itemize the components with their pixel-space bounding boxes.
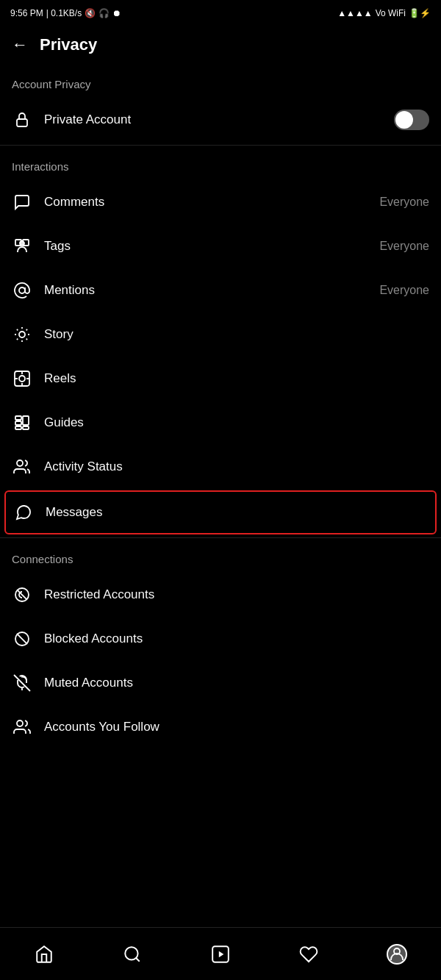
guides-label: Guides	[44, 415, 429, 430]
tag-icon	[12, 236, 32, 257]
restricted-accounts-row[interactable]: Restricted Accounts	[0, 573, 441, 617]
reels-icon	[12, 368, 32, 389]
svg-rect-8	[15, 416, 21, 420]
messages-row[interactable]: Messages	[4, 490, 437, 534]
comment-icon	[12, 192, 32, 212]
private-account-toggle[interactable]	[394, 110, 429, 130]
header: ← Privacy	[0, 26, 441, 66]
lock-icon	[12, 110, 32, 130]
content-area: Account Privacy Private Account Interact…	[0, 66, 441, 808]
reels-row[interactable]: Reels	[0, 357, 441, 401]
accounts-you-follow-label: Accounts You Follow	[44, 720, 429, 734]
status-right: ▲▲▲▲ Vo WiFi 🔋⚡	[337, 8, 431, 18]
page-title: Privacy	[40, 35, 97, 54]
at-icon	[12, 280, 32, 301]
blocked-accounts-label: Blocked Accounts	[44, 632, 429, 646]
svg-point-13	[17, 460, 23, 466]
headphone-icon: 🎧	[98, 8, 110, 18]
battery-icon: 🔋⚡	[409, 8, 431, 18]
restricted-accounts-label: Restricted Accounts	[44, 587, 429, 602]
nav-profile[interactable]	[379, 936, 415, 973]
svg-point-7	[19, 376, 25, 382]
activity-icon	[12, 457, 32, 477]
data-speed: | 0.1KB/s	[46, 8, 82, 18]
nav-heart[interactable]	[290, 936, 327, 973]
svg-point-3	[20, 241, 24, 246]
screen-record-icon: ⏺	[112, 8, 121, 18]
back-button[interactable]: ←	[12, 35, 28, 54]
mentions-label: Mentions	[44, 283, 379, 298]
reels-label: Reels	[44, 371, 429, 386]
section-connections-label: Connections	[0, 541, 441, 573]
messages-icon	[13, 502, 34, 523]
mute-icon: 🔇	[85, 8, 96, 18]
svg-rect-11	[23, 416, 29, 425]
home-icon	[35, 945, 54, 964]
heart-icon	[299, 945, 318, 964]
svg-marker-20	[219, 951, 224, 957]
mentions-row[interactable]: Mentions Everyone	[0, 268, 441, 312]
status-left: 9:56 PM | 0.1KB/s 🔇 🎧 ⏺	[10, 8, 121, 18]
time: 9:56 PM	[10, 8, 43, 18]
comments-label: Comments	[44, 195, 379, 210]
svg-rect-12	[23, 426, 29, 429]
activity-status-label: Activity Status	[44, 459, 429, 474]
nav-reels[interactable]	[202, 936, 239, 973]
reels-nav-icon	[211, 945, 230, 964]
private-account-row[interactable]: Private Account	[0, 98, 441, 142]
tags-value: Everyone	[379, 240, 429, 253]
story-icon	[12, 324, 32, 345]
story-label: Story	[44, 327, 429, 342]
guides-icon	[12, 412, 32, 433]
nav-search[interactable]	[114, 936, 151, 973]
profile-avatar	[387, 944, 407, 965]
blocked-accounts-row[interactable]: Blocked Accounts	[0, 617, 441, 661]
wifi-icon: Vo WiFi	[376, 8, 406, 18]
mentions-value: Everyone	[379, 284, 429, 297]
private-account-label: Private Account	[44, 112, 394, 127]
blocked-icon	[12, 629, 32, 649]
messages-label: Messages	[46, 505, 428, 520]
svg-point-4	[19, 287, 25, 293]
svg-point-16	[17, 720, 23, 726]
tags-row[interactable]: Tags Everyone	[0, 224, 441, 268]
muted-icon	[12, 673, 32, 693]
toggle-knob	[395, 111, 413, 129]
activity-status-row[interactable]: Activity Status	[0, 445, 441, 489]
svg-rect-10	[15, 426, 21, 429]
guides-row[interactable]: Guides	[0, 401, 441, 445]
search-icon	[123, 945, 142, 964]
signal-icon: ▲▲▲▲	[337, 8, 373, 18]
svg-rect-0	[17, 119, 27, 126]
svg-line-18	[136, 958, 140, 962]
bottom-nav	[0, 927, 441, 980]
nav-home[interactable]	[26, 936, 62, 973]
tags-label: Tags	[44, 239, 379, 254]
divider-1	[0, 145, 441, 146]
svg-rect-9	[15, 421, 21, 425]
comments-row[interactable]: Comments Everyone	[0, 180, 441, 224]
accounts-you-follow-row[interactable]: Accounts You Follow	[0, 705, 441, 749]
section-account-privacy-label: Account Privacy	[0, 66, 441, 98]
section-interactions-label: Interactions	[0, 149, 441, 180]
svg-point-17	[125, 947, 137, 959]
comments-value: Everyone	[379, 196, 429, 209]
muted-accounts-label: Muted Accounts	[44, 676, 429, 690]
restricted-icon	[12, 584, 32, 605]
story-row[interactable]: Story	[0, 312, 441, 357]
svg-point-5	[19, 332, 25, 337]
muted-accounts-row[interactable]: Muted Accounts	[0, 661, 441, 705]
follow-icon	[12, 717, 32, 737]
divider-2	[0, 537, 441, 538]
status-bar: 9:56 PM | 0.1KB/s 🔇 🎧 ⏺ ▲▲▲▲ Vo WiFi 🔋⚡	[0, 0, 441, 26]
